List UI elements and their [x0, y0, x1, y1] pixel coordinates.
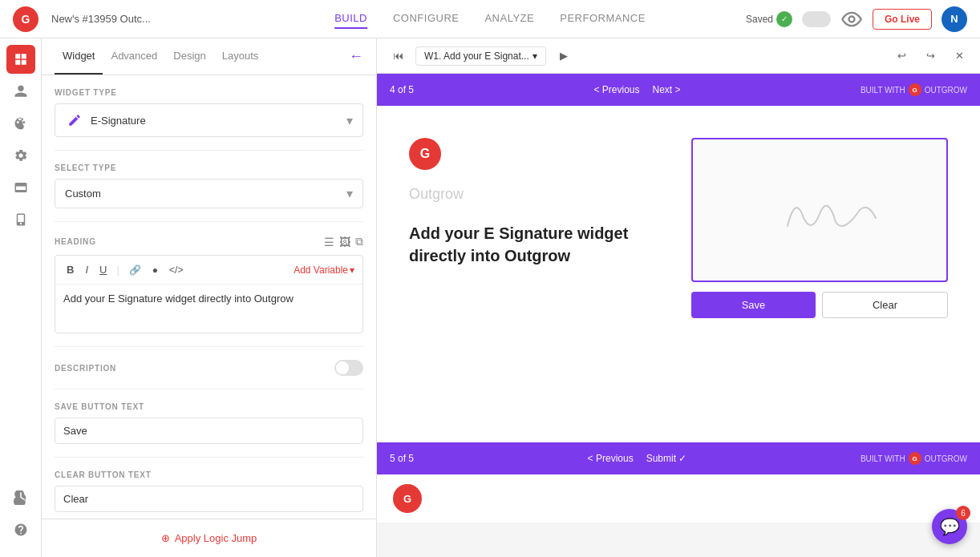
heading-toolbar: B I U | 🔗 ● </> Add Variable ▾: [55, 256, 362, 285]
link-button[interactable]: 🔗: [126, 263, 144, 277]
italic-button[interactable]: I: [82, 262, 91, 277]
apply-logic-label: Apply Logic Jump: [175, 532, 257, 544]
save-button-text-input[interactable]: [55, 418, 363, 444]
tab-build[interactable]: BUILD: [334, 9, 367, 29]
slide-5-prev-button[interactable]: < Previous: [581, 450, 640, 467]
description-toggle-row: DESCRIPTION: [55, 360, 363, 376]
panel-tab-widget[interactable]: Widget: [55, 38, 103, 75]
saved-check-icon: ✓: [776, 11, 792, 27]
divider-3: [55, 346, 363, 347]
description-section: DESCRIPTION: [55, 360, 363, 376]
signature-save-button[interactable]: Save: [691, 292, 816, 318]
slide-5-built-with: BUILT WITH G OUTGROW: [861, 452, 967, 465]
slide-4-content: G Outgrow Add your E Signature widget di…: [377, 106, 980, 442]
divider-4: [55, 389, 363, 389]
slide-4-next-button[interactable]: Next >: [646, 81, 686, 99]
slide-5-next-button[interactable]: Submit ✓: [640, 450, 694, 467]
select-type-section: SELECT TYPE Custom ▾: [55, 163, 363, 208]
divider-2: [55, 221, 363, 222]
add-variable-button[interactable]: Add Variable ▾: [294, 264, 354, 276]
outgrow-logo-small: G: [909, 83, 921, 96]
left-panel: Widget Advanced Design Layouts ← WIDGET …: [42, 38, 377, 557]
next-slide-button[interactable]: ▶: [553, 45, 575, 67]
description-toggle[interactable]: [334, 360, 363, 376]
undo-button[interactable]: ↩: [890, 45, 913, 67]
panel-tabs: Widget Advanced Design Layouts ←: [42, 38, 376, 75]
select-type-chevron-icon: ▾: [346, 186, 353, 201]
heading-list-icon[interactable]: ☰: [324, 236, 334, 248]
heading-label: HEADING: [55, 237, 96, 246]
widget-type-label: WIDGET TYPE: [55, 88, 363, 97]
heading-image-icon[interactable]: 🖼: [339, 236, 350, 248]
slide-5-outgrow-label: OUTGROW: [925, 454, 967, 463]
settings-button[interactable]: ✕: [948, 45, 970, 67]
sidebar-item-palette[interactable]: [6, 109, 35, 138]
code-button[interactable]: </>: [166, 263, 186, 277]
toggle-button[interactable]: [802, 11, 831, 27]
color-button[interactable]: ●: [149, 263, 161, 277]
slide-4-built-with: BUILT WITH G OUTGROW: [861, 83, 967, 96]
slide-4-text: G Outgrow Add your E Signature widget di…: [409, 138, 659, 267]
slide-4-counter: 4 of 5: [390, 84, 414, 95]
tab-performance[interactable]: PERFORMANCE: [560, 9, 646, 29]
first-slide-button[interactable]: ⏮: [387, 45, 409, 67]
divider-5: [55, 457, 363, 458]
heading-editor: B I U | 🔗 ● </> Add Variable ▾ Add your …: [55, 255, 363, 333]
clear-button-text-section: CLEAR BUTTON TEXT: [55, 470, 363, 512]
widget-type-chevron-icon: ▾: [346, 113, 353, 128]
top-nav: G New's #13959 Outc... BUILD CONFIGURE A…: [0, 0, 980, 38]
step-selector[interactable]: W1. Add your E Signat... ▾: [415, 46, 546, 66]
slide-5-nav-bar: 5 of 5 < Previous Submit ✓ BUILT WITH G …: [377, 442, 980, 474]
panel-tab-layouts[interactable]: Layouts: [214, 38, 267, 75]
heading-section: HEADING ☰ 🖼 ⧉ B I U | 🔗 ● <: [55, 235, 363, 333]
user-avatar: N: [942, 6, 967, 32]
panel-tab-advanced[interactable]: Advanced: [103, 38, 165, 75]
slide-4-logo: G: [409, 138, 441, 170]
panel-tab-design[interactable]: Design: [165, 38, 213, 75]
heading-copy-icon[interactable]: ⧉: [355, 235, 363, 248]
tab-configure[interactable]: CONFIGURE: [393, 9, 460, 29]
sidebar-item-mobile[interactable]: [6, 205, 35, 234]
sidebar-item-person[interactable]: [6, 77, 35, 106]
chat-bubble-button[interactable]: 💬 6: [932, 509, 967, 544]
slide-4-prev-button[interactable]: < Previous: [587, 81, 646, 99]
save-button-text-section: SAVE BUTTON TEXT: [55, 402, 363, 444]
preview-area: ⏮ W1. Add your E Signat... ▾ ▶ ↩ ↪ ✕ 4 o…: [377, 38, 980, 557]
apply-logic-jump-button[interactable]: ⊕ Apply Logic Jump: [42, 519, 376, 557]
heading-content[interactable]: Add your E Signature widget directly int…: [55, 285, 362, 333]
sidebar-item-billing[interactable]: [6, 173, 35, 202]
select-type-dropdown[interactable]: Custom ▾: [55, 179, 363, 208]
slide-5-partial-content: G: [377, 474, 980, 523]
redo-button[interactable]: ↪: [919, 45, 942, 67]
slide-5: 5 of 5 < Previous Submit ✓ BUILT WITH G …: [377, 442, 980, 523]
eye-icon[interactable]: [840, 8, 863, 30]
apply-logic-icon: ⊕: [161, 532, 170, 544]
built-with-text: BUILT WITH: [861, 86, 905, 95]
sidebar-item-help[interactable]: [6, 515, 35, 544]
tab-analyze[interactable]: ANALYZE: [484, 9, 534, 29]
signature-box[interactable]: [691, 138, 948, 282]
sidebar-item-widgets[interactable]: [6, 45, 35, 74]
panel-back-button[interactable]: ←: [349, 48, 363, 65]
go-live-button[interactable]: Go Live: [873, 9, 932, 30]
underline-button[interactable]: U: [96, 262, 110, 277]
signature-clear-button[interactable]: Clear: [822, 292, 948, 318]
sidebar-item-settings[interactable]: [6, 141, 35, 170]
app-title: New's #13959 Outc...: [51, 13, 151, 25]
slide-5-counter: 5 of 5: [390, 453, 414, 464]
preview-content: 4 of 5 < Previous Next > BUILT WITH G OU…: [377, 74, 980, 557]
slide-4: 4 of 5 < Previous Next > BUILT WITH G OU…: [377, 74, 980, 442]
icon-sidebar-bottom: [6, 483, 35, 544]
e-signature-icon: [65, 111, 84, 130]
description-label: DESCRIPTION: [55, 364, 116, 373]
sidebar-item-refresh[interactable]: [6, 483, 35, 512]
preview-toolbar: ⏮ W1. Add your E Signat... ▾ ▶ ↩ ↪ ✕: [377, 38, 980, 74]
saved-label: Saved: [746, 14, 773, 25]
clear-button-text-input[interactable]: [55, 486, 363, 512]
main-layout: Widget Advanced Design Layouts ← WIDGET …: [0, 38, 980, 557]
widget-type-section: WIDGET TYPE E-Signature ▾: [55, 88, 363, 137]
bold-button[interactable]: B: [63, 262, 77, 277]
saved-indicator: Saved ✓: [746, 11, 792, 27]
widget-type-dropdown[interactable]: E-Signature ▾: [55, 103, 363, 137]
app-logo: G: [13, 6, 38, 32]
